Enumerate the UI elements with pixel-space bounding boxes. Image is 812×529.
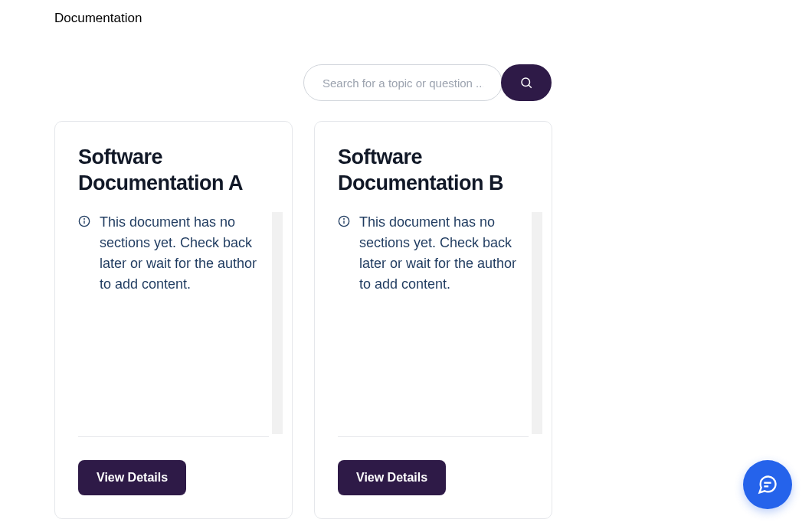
scrollbar-track[interactable] bbox=[272, 212, 283, 434]
search-bar bbox=[303, 64, 552, 101]
view-details-button[interactable]: View Details bbox=[338, 460, 446, 495]
card-body: This document has no sections yet. Check… bbox=[78, 212, 269, 437]
card-message: This document has no sections yet. Check… bbox=[359, 212, 529, 295]
card-divider bbox=[338, 436, 529, 437]
search-button[interactable] bbox=[501, 64, 552, 101]
chat-icon bbox=[757, 474, 778, 495]
info-icon bbox=[338, 215, 350, 227]
scrollbar-track[interactable] bbox=[532, 212, 542, 434]
card-body: This document has no sections yet. Check… bbox=[338, 212, 529, 437]
cards-container: Software Documentation A This document h… bbox=[54, 121, 552, 519]
view-details-button[interactable]: View Details bbox=[78, 460, 186, 495]
card-message: This document has no sections yet. Check… bbox=[100, 212, 269, 295]
doc-card: Software Documentation A This document h… bbox=[54, 121, 293, 519]
search-input[interactable] bbox=[303, 64, 503, 101]
chat-button[interactable] bbox=[743, 460, 792, 509]
svg-point-7 bbox=[344, 218, 345, 219]
page-title: Documentation bbox=[54, 11, 142, 26]
info-icon bbox=[78, 215, 90, 227]
search-icon bbox=[519, 76, 533, 90]
doc-card: Software Documentation B This document h… bbox=[314, 121, 552, 519]
card-title: Software Documentation B bbox=[338, 145, 529, 197]
svg-point-0 bbox=[522, 78, 530, 87]
card-title: Software Documentation A bbox=[78, 145, 269, 197]
svg-line-1 bbox=[529, 85, 532, 88]
card-divider bbox=[78, 436, 269, 437]
svg-point-4 bbox=[84, 218, 85, 219]
